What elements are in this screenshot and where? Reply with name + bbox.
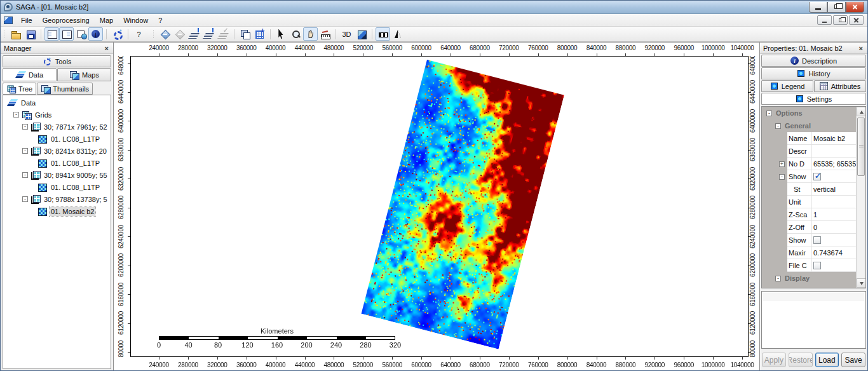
open-tool-button[interactable] bbox=[110, 27, 125, 41]
new-map-layout-button[interactable] bbox=[252, 27, 267, 41]
toolbar-grip[interactable] bbox=[3, 29, 6, 39]
scrollbar-thumb[interactable] bbox=[857, 118, 865, 176]
child-restore-button[interactable] bbox=[833, 15, 848, 25]
row-expander-icon[interactable]: + bbox=[779, 161, 785, 167]
tab-settings[interactable]: Settings bbox=[761, 93, 866, 105]
pan-tool-button[interactable] bbox=[303, 27, 318, 41]
menu-item[interactable]: Map bbox=[95, 15, 118, 26]
save-image-button[interactable] bbox=[354, 27, 369, 41]
tree-expander-icon[interactable]: - bbox=[22, 148, 28, 154]
property-row[interactable]: File C bbox=[762, 259, 856, 272]
manager-close-icon[interactable]: × bbox=[104, 44, 110, 52]
row-expander-icon[interactable]: - bbox=[775, 123, 781, 129]
property-row[interactable]: Unit bbox=[762, 196, 856, 208]
tree-item[interactable]: 01. Mosaic b2 bbox=[3, 205, 111, 217]
property-row[interactable]: - Display bbox=[762, 272, 856, 285]
property-row[interactable]: Z-Off 0 bbox=[762, 221, 856, 234]
property-value: vertical bbox=[813, 186, 836, 193]
tree-expander-icon[interactable]: - bbox=[22, 124, 28, 130]
north-arrow-button[interactable] bbox=[390, 27, 405, 41]
tree-item[interactable]: - 30; 9788x 13738y; 5 bbox=[3, 193, 111, 205]
x-tick-label: 720000 bbox=[499, 361, 519, 368]
properties-button[interactable]: Load bbox=[815, 353, 839, 367]
tree-item[interactable]: - 30; 7871x 7961y; 52 bbox=[3, 121, 111, 133]
mdi-child-icon[interactable] bbox=[4, 17, 13, 24]
property-row[interactable]: - Options bbox=[762, 107, 856, 119]
row-expander-icon[interactable]: - bbox=[775, 276, 781, 281]
tab-thumbnails[interactable]: Thumbnails bbox=[37, 83, 93, 95]
property-row[interactable]: - Show bbox=[762, 170, 856, 183]
row-expander-icon[interactable]: - bbox=[779, 174, 785, 180]
tree-expander-icon[interactable]: - bbox=[22, 196, 28, 202]
tree-item[interactable]: 01. LC08_L1TP bbox=[3, 133, 111, 145]
checkbox[interactable] bbox=[813, 173, 821, 180]
show-messages-button[interactable]: i bbox=[88, 27, 103, 41]
properties-button[interactable]: Restore bbox=[789, 353, 813, 367]
zoom-tool-button[interactable] bbox=[288, 27, 303, 41]
show-properties-button[interactable] bbox=[59, 27, 74, 41]
property-row[interactable]: - General bbox=[762, 119, 856, 132]
x-tick-mark bbox=[625, 357, 626, 360]
tree-item[interactable]: 01. LC08_L1TP bbox=[3, 157, 111, 169]
restore-button[interactable] bbox=[827, 2, 846, 13]
properties-button[interactable]: Apply bbox=[762, 353, 786, 367]
property-row[interactable]: Show bbox=[762, 234, 856, 246]
tree-item[interactable]: Data bbox=[3, 97, 111, 109]
map-canvas[interactable]: Kilometers 04080120160200240280320 bbox=[130, 56, 749, 357]
menu-item[interactable]: Geoprocessing bbox=[37, 15, 95, 26]
property-row[interactable]: Name Mosaic b2 bbox=[762, 132, 856, 145]
show-manager-button[interactable] bbox=[44, 27, 59, 41]
x-ruler-bottom: 2400002800003200003600004000004400004800… bbox=[114, 357, 759, 371]
row-expander-icon[interactable]: - bbox=[766, 111, 772, 116]
add-grid-layer-button[interactable] bbox=[187, 27, 201, 41]
copy-map-button[interactable] bbox=[238, 27, 252, 41]
tree-expander-icon[interactable]: - bbox=[13, 112, 19, 118]
tree-item[interactable]: - 30; 8241x 8311y; 20 bbox=[3, 145, 111, 157]
properties-buttons: Apply Restore Load Save bbox=[760, 351, 867, 371]
properties-close-icon[interactable]: × bbox=[858, 44, 864, 52]
close-button[interactable] bbox=[846, 2, 864, 13]
tab-maps[interactable]: Maps bbox=[57, 68, 111, 81]
show-data-source-button[interactable] bbox=[74, 27, 88, 41]
property-row[interactable]: Maxir 0.743674 bbox=[762, 246, 856, 259]
scroll-up-icon[interactable] bbox=[857, 107, 866, 116]
property-row[interactable]: Z-Sca 1 bbox=[762, 208, 856, 221]
tree-item[interactable]: - Grids bbox=[3, 109, 111, 121]
apply-layers-button[interactable] bbox=[216, 27, 231, 41]
properties-button[interactable]: Save bbox=[841, 353, 865, 367]
property-row[interactable]: + No D 65535; 65535 bbox=[762, 158, 856, 170]
child-close-button[interactable] bbox=[849, 15, 864, 25]
tab-attributes[interactable]: Attributes bbox=[814, 80, 866, 92]
tree-item[interactable]: - 30; 8941x 9005y; 55 bbox=[3, 169, 111, 181]
zoom-next-button[interactable] bbox=[172, 27, 187, 41]
property-row[interactable]: Descr bbox=[762, 145, 856, 158]
menu-item[interactable]: Window bbox=[118, 15, 153, 26]
save-button[interactable] bbox=[23, 27, 37, 41]
scalebar-toggle-button[interactable] bbox=[376, 27, 390, 41]
checkbox[interactable] bbox=[813, 236, 821, 244]
tab-tree[interactable]: Tree bbox=[3, 83, 36, 95]
tab-description[interactable]: Description bbox=[761, 55, 866, 67]
menu-item[interactable]: File bbox=[16, 15, 37, 26]
minimize-button[interactable] bbox=[809, 2, 827, 13]
scroll-down-icon[interactable] bbox=[857, 278, 866, 288]
pointer-button[interactable] bbox=[274, 27, 288, 41]
tab-history[interactable]: History bbox=[761, 67, 866, 79]
checkbox[interactable] bbox=[813, 262, 821, 269]
zoom-previous-button[interactable] bbox=[158, 27, 172, 41]
tab-data[interactable]: Data bbox=[3, 68, 57, 81]
toolbar-grip[interactable] bbox=[153, 29, 155, 39]
menu-item[interactable]: ? bbox=[153, 15, 167, 26]
help-button[interactable]: ? bbox=[132, 27, 146, 41]
tree-expander-icon[interactable]: - bbox=[22, 172, 28, 178]
child-minimize-button[interactable] bbox=[817, 15, 832, 25]
options-scrollbar[interactable] bbox=[856, 107, 865, 288]
add-grid-collection-button[interactable] bbox=[201, 27, 216, 41]
property-row[interactable]: St vertical bbox=[762, 183, 856, 196]
tab-tools[interactable]: Tools bbox=[3, 55, 111, 67]
tab-legend[interactable]: Legend bbox=[761, 80, 813, 92]
open-button[interactable] bbox=[8, 27, 23, 41]
measure-tool-button[interactable] bbox=[318, 27, 332, 41]
tree-item[interactable]: 01. LC08_L1TP bbox=[3, 181, 111, 193]
view-3d-button[interactable]: 3D bbox=[339, 27, 354, 41]
